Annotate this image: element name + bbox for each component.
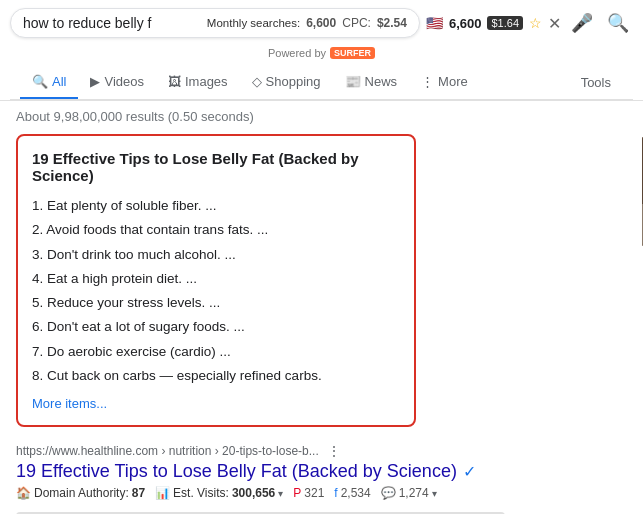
visits-icon: 📊 xyxy=(155,486,170,500)
videos-tab-icon: ▶ xyxy=(90,74,100,89)
comments-badge: 💬 1,274 ▾ xyxy=(381,486,437,500)
volume-number: 6,600 xyxy=(449,16,482,31)
cpc-badge: $1.64 xyxy=(487,16,523,30)
surfer-bar: Powered by SURFER xyxy=(10,44,633,64)
shopping-tab-icon: ◇ xyxy=(252,74,262,89)
cpc-value: $2.54 xyxy=(377,16,407,30)
est-visits-label: Est. Visits: xyxy=(173,486,229,500)
search-bar-container: how to reduce belly f Monthly searches: … xyxy=(0,0,643,101)
tab-images-label: Images xyxy=(185,74,228,89)
star-icon[interactable]: ☆ xyxy=(529,15,542,31)
surfer-logo: SURFER xyxy=(330,47,375,59)
result-meta-row: 🏠 Domain Authority: 87 📊 Est. Visits: 30… xyxy=(16,486,627,500)
snippet-list: 1. Eat plenty of soluble fiber. ... 2. A… xyxy=(32,194,400,388)
pinterest-badge: P 321 xyxy=(293,486,324,500)
list-item: 4. Eat a high protein diet. ... xyxy=(32,267,400,291)
tab-more-label: More xyxy=(438,74,468,89)
results-count: About 9,98,00,000 results (0.50 seconds) xyxy=(16,109,627,124)
facebook-icon: f xyxy=(334,486,337,500)
news-tab-icon: 📰 xyxy=(345,74,361,89)
tab-shopping-label: Shopping xyxy=(266,74,321,89)
close-button[interactable]: ✕ xyxy=(548,14,561,33)
tab-images[interactable]: 🖼 Images xyxy=(156,66,240,99)
comments-chevron-icon[interactable]: ▾ xyxy=(432,488,437,499)
images-tab-icon: 🖼 xyxy=(168,74,181,89)
monthly-label: Monthly searches: xyxy=(207,17,300,29)
domain-authority-badge: 🏠 Domain Authority: 87 xyxy=(16,486,145,500)
tab-shopping[interactable]: ◇ Shopping xyxy=(240,66,333,99)
tab-videos[interactable]: ▶ Videos xyxy=(78,66,156,99)
verified-icon: ✓ xyxy=(463,462,476,481)
list-item: 2. Avoid foods that contain trans fats. … xyxy=(32,218,400,242)
tab-news-label: News xyxy=(365,74,398,89)
tab-all[interactable]: 🔍 All xyxy=(20,66,78,99)
more-tab-icon: ⋮ xyxy=(421,74,434,89)
result-item: https://www.healthline.com › nutrition ›… xyxy=(16,443,627,500)
tab-more[interactable]: ⋮ More xyxy=(409,66,480,99)
all-tab-icon: 🔍 xyxy=(32,74,48,89)
list-item: 1. Eat plenty of soluble fiber. ... xyxy=(32,194,400,218)
est-visits-badge: 📊 Est. Visits: 300,656 ▾ xyxy=(155,486,283,500)
cpc-label: CPC: xyxy=(342,16,371,30)
main-content: About 9,98,00,000 results (0.50 seconds)… xyxy=(0,101,643,514)
domain-auth-label: Domain Authority: xyxy=(34,486,129,500)
tab-news[interactable]: 📰 News xyxy=(333,66,410,99)
domain-auth-value: 87 xyxy=(132,486,145,500)
facebook-badge: f 2,534 xyxy=(334,486,370,500)
featured-snippet: 19 Effective Tips to Lose Belly Fat (Bac… xyxy=(16,134,416,427)
snippet-title: 19 Effective Tips to Lose Belly Fat (Bac… xyxy=(32,150,400,184)
pinterest-icon: P xyxy=(293,486,301,500)
list-item: 6. Don't eat a lot of sugary foods. ... xyxy=(32,315,400,339)
pinterest-count: 321 xyxy=(304,486,324,500)
search-input-wrapper[interactable]: how to reduce belly f Monthly searches: … xyxy=(10,8,420,38)
visits-chevron-icon[interactable]: ▾ xyxy=(278,488,283,499)
search-query-text: how to reduce belly f xyxy=(23,15,207,31)
tools-button[interactable]: Tools xyxy=(569,67,623,98)
microphone-icon[interactable]: 🎤 xyxy=(567,8,597,38)
nav-tabs: 🔍 All ▶ Videos 🖼 Images ◇ Shopping 📰 New… xyxy=(10,66,633,100)
powered-by-text: Powered by xyxy=(268,47,326,59)
result-title[interactable]: 19 Effective Tips to Lose Belly Fat (Bac… xyxy=(16,461,627,482)
us-flag-icon: 🇺🇸 xyxy=(426,15,443,31)
search-meta: Monthly searches: 6,600 CPC: $2.54 xyxy=(207,16,407,30)
list-item: 7. Do aerobic exercise (cardio) ... xyxy=(32,340,400,364)
tab-videos-label: Videos xyxy=(104,74,144,89)
list-item: 3. Don't drink too much alcohol. ... xyxy=(32,243,400,267)
list-item: 5. Reduce your stress levels. ... xyxy=(32,291,400,315)
domain-icon: 🏠 xyxy=(16,486,31,500)
more-items-link[interactable]: More items... xyxy=(32,396,107,411)
monthly-value: 6,600 xyxy=(306,16,336,30)
result-options-icon[interactable]: ⋮ xyxy=(327,443,341,459)
facebook-count: 2,534 xyxy=(341,486,371,500)
comments-count: 1,274 xyxy=(399,486,429,500)
search-submit-icon[interactable]: 🔍 xyxy=(603,8,633,38)
comment-icon: 💬 xyxy=(381,486,396,500)
result-url: https://www.healthline.com › nutrition ›… xyxy=(16,443,627,459)
result-title-text: 19 Effective Tips to Lose Belly Fat (Bac… xyxy=(16,461,457,482)
result-url-text: https://www.healthline.com › nutrition ›… xyxy=(16,444,319,458)
list-item: 8. Cut back on carbs — especially refine… xyxy=(32,364,400,388)
est-visits-value: 300,656 xyxy=(232,486,275,500)
tab-all-label: All xyxy=(52,74,66,89)
